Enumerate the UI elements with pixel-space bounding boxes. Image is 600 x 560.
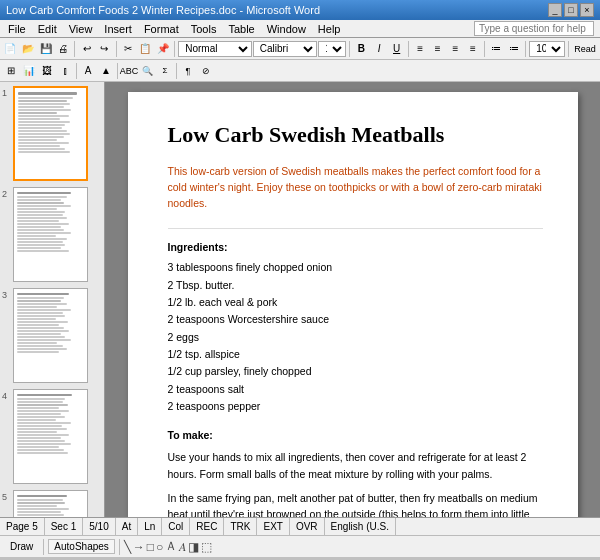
highlight-button[interactable]: ▲ xyxy=(97,62,115,80)
thumb-img-4 xyxy=(13,389,88,484)
thumbnail-5[interactable]: 5 xyxy=(2,490,102,517)
title-bar-text: Low Carb Comfort Foods 2 Winter Recipes.… xyxy=(6,4,320,16)
justify-button[interactable]: ≡ xyxy=(465,40,482,58)
cut-button[interactable]: ✂ xyxy=(119,40,136,58)
size-selector[interactable]: 12 xyxy=(318,41,346,57)
redo-button[interactable]: ↪ xyxy=(96,40,113,58)
menu-insert[interactable]: Insert xyxy=(98,22,138,36)
menu-view[interactable]: View xyxy=(63,22,99,36)
standard-toolbar: 📄 📂 💾 🖨 ↩ ↪ ✂ 📋 📌 Normal Calibri 12 B I … xyxy=(0,38,600,60)
window-controls: _ □ × xyxy=(548,3,594,17)
maximize-button[interactable]: □ xyxy=(564,3,578,17)
bottom-sep1 xyxy=(43,539,44,555)
ln-status: Ln xyxy=(138,518,162,535)
open-button[interactable]: 📂 xyxy=(20,40,37,58)
ingredient-6: 1/2 tsp. allspice xyxy=(168,346,543,363)
draw-button[interactable]: Draw xyxy=(4,539,39,554)
show-formatting-button[interactable]: ⊘ xyxy=(197,62,215,80)
menu-table[interactable]: Table xyxy=(222,22,260,36)
ext-status: EXT xyxy=(257,518,289,535)
bullet-list-button[interactable]: ≔ xyxy=(488,40,505,58)
font-color-button[interactable]: A xyxy=(79,62,97,80)
save-button[interactable]: 💾 xyxy=(37,40,54,58)
thumbnail-1[interactable]: 1 xyxy=(2,86,102,181)
menu-tools[interactable]: Tools xyxy=(185,22,223,36)
menu-help[interactable]: Help xyxy=(312,22,347,36)
ingredient-7: 1/2 cup parsley, finely chopped xyxy=(168,363,543,380)
doc-area[interactable]: Low Carb Swedish Meatballs This low-carb… xyxy=(105,82,600,517)
position-status: 5/10 xyxy=(83,518,115,535)
numbered-list-button[interactable]: ≔ xyxy=(506,40,523,58)
undo-button[interactable]: ↩ xyxy=(78,40,95,58)
rect-icon[interactable]: □ xyxy=(147,540,154,554)
show-hide-button[interactable]: ¶ xyxy=(179,62,197,80)
menu-window[interactable]: Window xyxy=(261,22,312,36)
minimize-button[interactable]: _ xyxy=(548,3,562,17)
format-toolbar: ⊞ 📊 🖼 ⫿ A ▲ ABC 🔍 Σ ¶ ⊘ xyxy=(0,60,600,82)
insert-table-button[interactable]: ⊞ xyxy=(2,62,20,80)
underline-button[interactable]: U xyxy=(388,40,405,58)
menu-format[interactable]: Format xyxy=(138,22,185,36)
oval-icon[interactable]: ○ xyxy=(156,540,163,554)
sep8 xyxy=(568,41,569,57)
close-button[interactable]: × xyxy=(580,3,594,17)
wordcount-button[interactable]: Σ xyxy=(156,62,174,80)
page-num-4: 4 xyxy=(2,389,10,401)
copy-button[interactable]: 📋 xyxy=(137,40,154,58)
menu-edit[interactable]: Edit xyxy=(32,22,63,36)
align-right-button[interactable]: ≡ xyxy=(447,40,464,58)
textbox-icon[interactable]: Ａ xyxy=(165,538,177,555)
read-button[interactable]: Read xyxy=(572,40,598,58)
status-bar: Page 5 Sec 1 5/10 At Ln Col REC TRK EXT … xyxy=(0,517,600,535)
columns-button[interactable]: ⫿ xyxy=(56,62,74,80)
language-status: English (U.S. xyxy=(325,518,396,535)
auto-shapes-button[interactable]: AutoShapes xyxy=(48,539,115,554)
to-make-heading: To make: xyxy=(168,429,543,441)
paste-button[interactable]: 📌 xyxy=(155,40,172,58)
insert-picture-button[interactable]: 🖼 xyxy=(38,62,56,80)
sep7 xyxy=(525,41,526,57)
arrow-icon[interactable]: → xyxy=(133,540,145,554)
sep1 xyxy=(74,41,75,57)
menu-bar: File Edit View Insert Format Tools Table… xyxy=(0,20,600,38)
align-left-button[interactable]: ≡ xyxy=(412,40,429,58)
title-bar: Low Carb Comfort Foods 2 Winter Recipes.… xyxy=(0,0,600,20)
font-selector[interactable]: Calibri xyxy=(253,41,317,57)
thumbnail-3[interactable]: 3 xyxy=(2,288,102,383)
thumb-img-2 xyxy=(13,187,88,282)
zoom-selector[interactable]: 100% xyxy=(529,41,565,57)
page-panel: 1 xyxy=(0,82,105,517)
sep6 xyxy=(484,41,485,57)
new-button[interactable]: 📄 xyxy=(2,40,19,58)
rec-status: REC xyxy=(190,518,224,535)
bottom-toolbar: Draw AutoShapes ╲ → □ ○ Ａ 𝐴 ◨ ⬚ xyxy=(0,535,600,557)
menu-file[interactable]: File xyxy=(2,22,32,36)
research-button[interactable]: 🔍 xyxy=(138,62,156,80)
style-selector[interactable]: Normal xyxy=(178,41,252,57)
ingredient-1: 3 tablespoons finely chopped onion xyxy=(168,259,543,276)
paragraph-1: Use your hands to mix all ingredients, t… xyxy=(168,449,543,482)
bold-button[interactable]: B xyxy=(353,40,370,58)
wordart-icon[interactable]: 𝐴 xyxy=(179,540,186,554)
3d-icon[interactable]: ⬚ xyxy=(201,540,212,554)
trk-status: TRK xyxy=(224,518,257,535)
shadow-icon[interactable]: ◨ xyxy=(188,540,199,554)
italic-button[interactable]: I xyxy=(371,40,388,58)
print-button[interactable]: 🖨 xyxy=(55,40,72,58)
page-num-5: 5 xyxy=(2,490,10,502)
thumbnail-4[interactable]: 4 xyxy=(2,389,102,484)
doc-title: Low Carb Swedish Meatballs xyxy=(168,122,543,148)
sep5 xyxy=(408,41,409,57)
sep10 xyxy=(117,63,118,79)
sep2 xyxy=(116,41,117,57)
ingredients-section: Ingredients: 3 tablespoons finely choppe… xyxy=(168,239,543,416)
spelling-button[interactable]: ABC xyxy=(120,62,138,80)
sep11 xyxy=(176,63,177,79)
align-center-button[interactable]: ≡ xyxy=(429,40,446,58)
bottom-sep2 xyxy=(119,539,120,555)
help-search-input[interactable] xyxy=(474,21,594,36)
doc-intro: This low-carb version of Swedish meatbal… xyxy=(168,164,543,211)
thumbnail-2[interactable]: 2 xyxy=(2,187,102,282)
insert-chart-button[interactable]: 📊 xyxy=(20,62,38,80)
line-icon[interactable]: ╲ xyxy=(124,540,131,554)
